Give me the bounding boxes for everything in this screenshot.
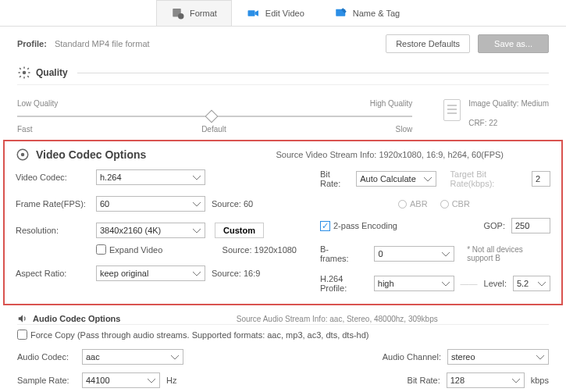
frame-rate-select[interactable]: 60 [96,196,205,212]
restore-defaults-button[interactable]: Restore Defaults [386,34,470,53]
abr-radio[interactable]: ABR [398,199,428,208]
save-as-button[interactable]: Save as... [478,34,549,53]
crf-label: CRF: 22 [468,119,549,127]
resolution-select[interactable]: 3840x2160 (4K) [96,223,205,238]
tab-edit-video[interactable]: Edit Video [232,0,319,26]
level-label: Level: [484,279,507,288]
custom-resolution-button[interactable]: Custom [215,223,264,238]
video-codec-title: Video Codec Options [36,148,146,161]
h264-profile-label: H.264 Profile: [320,274,368,293]
quality-area: Low Quality High Quality Fast Default Sl… [0,91,566,134]
main-tabs: Format Edit Video Name & Tag [0,0,566,27]
tab-label: Edit Video [265,9,304,18]
expand-video-checkbox[interactable]: Expand Video [96,244,162,255]
low-quality-label: Low Quality [17,99,58,108]
tab-label: Name & Tag [353,9,400,18]
speaker-icon [17,313,28,324]
target-bitrate-input [532,171,550,187]
video-codec-label: Video Codec: [16,173,90,182]
audio-bitrate-label: Bit Rate: [408,376,440,385]
audio-channel-select[interactable]: stereo [447,349,549,365]
document-icon [443,99,461,121]
default-label: Default [201,125,226,134]
profile-row: Profile: Standard MP4 file format Restor… [0,27,566,61]
profile-label: Profile: [17,39,47,48]
sample-rate-select[interactable]: 44100 [82,372,160,388]
sample-rate-label: Sample Rate: [17,376,76,385]
aspect-ratio-label: Aspect Ratio: [16,269,90,278]
source-audio-info: Source Audio Stream Info: aac, Stereo, 4… [125,315,549,323]
quality-slider[interactable] [17,111,412,122]
gop-input[interactable] [511,218,550,233]
tab-label: Format [190,9,217,18]
profile-value: Standard MP4 file format [55,39,378,48]
tab-name-tag[interactable]: Name & Tag [319,0,415,26]
frame-rate-label: Frame Rate(FPS): [16,199,90,208]
two-pass-checkbox[interactable]: 2-pass Encoding [320,221,397,231]
bitrate-select[interactable]: Auto Calculate [356,171,436,187]
slider-thumb[interactable] [205,110,218,123]
audio-section-header: Audio Codec Options Source Audio Stream … [0,308,566,324]
h264-profile-select[interactable]: high [374,276,454,291]
check-icon [320,221,330,231]
svg-point-6 [21,153,25,157]
aspect-ratio-select[interactable]: keep original [96,265,205,281]
gear-icon [17,66,31,80]
target-bitrate-label: Target Bit Rate(kbps): [450,169,525,188]
quality-title: Quality [36,67,68,78]
aspect-ratio-source: Source: 16:9 [212,269,260,278]
slow-label: Slow [395,125,412,134]
fps-source: Source: 60 [212,199,253,208]
bframes-select[interactable]: 0 [374,246,454,262]
source-video-info: Source Video Stream Info: 1920x1080, 16:… [152,150,550,159]
cbr-radio[interactable]: CBR [440,199,470,208]
quality-section-header: Quality [17,61,549,85]
image-quality-label: Image Quality: Medium [468,99,549,108]
hz-label: Hz [166,376,176,385]
video-codec-select[interactable]: h.264 [96,169,205,185]
svg-point-4 [23,71,27,75]
audio-bitrate-select[interactable]: 128 [447,372,525,388]
tab-format[interactable]: Format [156,0,232,26]
kbps-label: kbps [531,376,549,385]
svg-rect-2 [247,10,255,16]
audio-channel-label: Audio Channel: [383,352,441,362]
bframes-label: B-frames: [320,244,354,263]
gear-icon [16,148,30,162]
fast-label: Fast [17,125,32,134]
name-tag-icon [334,6,348,20]
bitrate-label: Bit Rate: [320,169,350,188]
audio-codec-title: Audio Codec Options [33,314,120,323]
edit-video-icon [247,6,261,20]
bframes-note: * Not all devices support B [467,245,550,262]
format-icon [171,6,185,20]
resolution-source: Source: 1920x1080 [222,245,297,255]
gop-label: GOP: [483,221,505,230]
force-copy-checkbox[interactable]: Force Copy (Pass through audio streams. … [17,330,368,340]
audio-codec-select[interactable]: aac [82,349,183,365]
audio-codec-label: Audio Codec: [17,352,76,362]
resolution-label: Resolution: [16,226,90,235]
level-select[interactable]: 5.2 [513,276,550,291]
video-codec-options-box: Video Codec Options Source Video Stream … [3,140,563,305]
high-quality-label: High Quality [370,99,412,108]
svg-point-1 [178,13,184,20]
